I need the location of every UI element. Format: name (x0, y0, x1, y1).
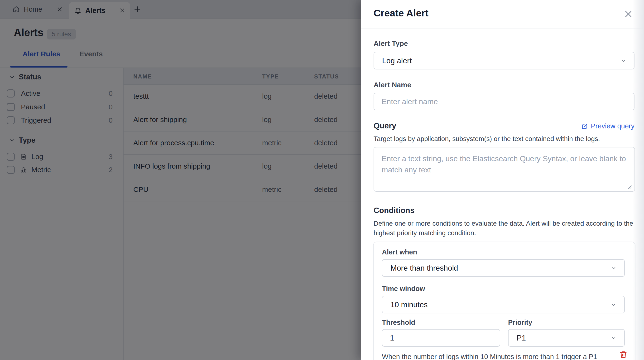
create-alert-panel: Create Alert Alert Type Log alert Alert … (361, 0, 644, 360)
alert-type-select[interactable]: Log alert (374, 52, 634, 70)
chevron-down-icon (610, 334, 617, 341)
conditions-title: Conditions (374, 206, 414, 215)
chevron-down-icon (610, 264, 617, 271)
preview-query-text: Preview query (591, 122, 634, 130)
chevron-down-icon (620, 57, 627, 64)
resize-handle-icon[interactable] (626, 184, 632, 190)
query-description: Target logs by application, subsystem(s)… (374, 134, 634, 144)
panel-title: Create Alert (374, 8, 428, 19)
external-link-icon (581, 123, 588, 130)
alert-when-value: More than threshold (390, 264, 458, 272)
priority-value: P1 (517, 333, 526, 342)
alert-when-select[interactable]: More than threshold (382, 259, 625, 277)
alert-type-value: Log alert (382, 56, 412, 65)
divider (361, 29, 644, 29)
app-window: Home Alerts Alerts 5 rules (0, 0, 644, 360)
priority-select[interactable]: P1 (508, 329, 625, 347)
condition-card: Alert when More than threshold Time wind… (373, 242, 636, 360)
time-window-value: 10 minutes (390, 300, 428, 309)
alert-name-input[interactable] (374, 93, 634, 110)
preview-query-link[interactable]: Preview query (581, 122, 634, 130)
threshold-label: Threshold (382, 319, 415, 326)
threshold-input[interactable] (382, 329, 500, 347)
close-icon[interactable] (624, 10, 633, 19)
priority-label: Priority (508, 319, 532, 326)
chevron-down-icon (610, 301, 617, 308)
time-window-label: Time window (382, 285, 425, 293)
condition-summary: When the number of logs within 10 Minute… (382, 352, 605, 360)
time-window-select[interactable]: 10 minutes (382, 296, 625, 313)
trash-icon[interactable] (619, 350, 627, 358)
alert-type-label: Alert Type (374, 40, 408, 48)
query-textarea[interactable] (374, 147, 635, 192)
alert-when-label: Alert when (382, 248, 417, 256)
conditions-description: Define one or more conditions to evaluat… (374, 219, 634, 238)
alert-name-label: Alert Name (374, 81, 411, 89)
